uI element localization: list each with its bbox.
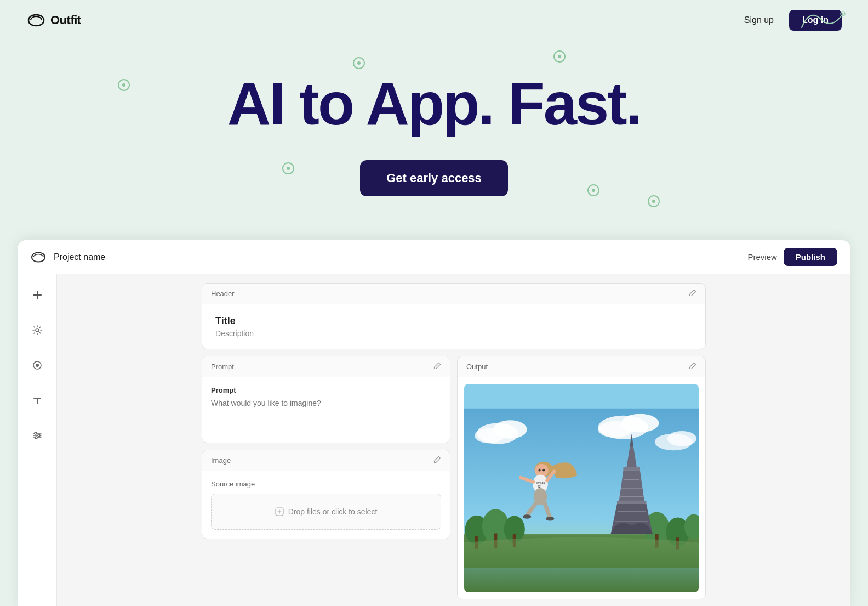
outfit-logo-icon	[26, 14, 46, 27]
svg-point-62	[523, 514, 531, 519]
navbar: Outfit Sign up Log in	[0, 0, 868, 41]
nav-actions: Sign up Log in	[735, 10, 842, 31]
output-card-header: Output	[458, 356, 705, 377]
upload-icon	[275, 507, 284, 516]
editor-header: Project name Preview Publish	[18, 240, 850, 274]
image-edit-icon[interactable]	[433, 456, 441, 465]
svg-point-14	[35, 437, 37, 439]
svg-point-63	[546, 517, 554, 521]
header-edit-icon[interactable]	[689, 289, 696, 298]
preview-button[interactable]: Preview	[747, 252, 776, 262]
svg-point-6	[36, 364, 39, 367]
header-title: Title	[215, 315, 692, 327]
svg-point-4	[36, 329, 39, 332]
paint-icon	[32, 360, 42, 370]
two-col-section: Prompt Prompt	[202, 356, 706, 599]
output-card-body: PARIS 22	[458, 377, 705, 599]
login-button[interactable]: Log in	[789, 10, 842, 31]
project-name: Project name	[54, 252, 105, 262]
prompt-card-header: Prompt	[202, 356, 450, 377]
editor-canvas: Header Title Description	[57, 274, 850, 606]
svg-point-24	[598, 421, 632, 438]
svg-point-13	[38, 434, 40, 437]
svg-rect-43	[617, 501, 647, 504]
pencil-icon-3	[433, 456, 441, 463]
text-button[interactable]	[27, 390, 47, 410]
image-card: Image Source image	[202, 450, 450, 539]
add-button[interactable]	[27, 285, 47, 305]
logo-text: Outfit	[50, 13, 81, 27]
editor-logo-icon	[31, 252, 46, 263]
header-card: Header Title Description	[202, 283, 706, 349]
deco-circle-1	[353, 57, 365, 69]
header-description: Description	[215, 329, 692, 338]
output-section-label: Output	[466, 363, 488, 371]
prompt-card: Prompt Prompt	[202, 356, 450, 443]
image-section-label: Image	[211, 456, 231, 465]
drop-zone-text: Drop files or click to select	[288, 507, 378, 516]
svg-point-12	[35, 432, 37, 434]
settings-button[interactable]	[27, 320, 47, 340]
get-early-access-button[interactable]: Get early access	[360, 160, 508, 196]
output-card: Output	[457, 356, 706, 599]
image-card-header: Image	[202, 450, 450, 471]
svg-point-26	[667, 431, 697, 446]
image-card-body: Source image Drop files or click to sele…	[202, 471, 450, 539]
plus-icon	[32, 290, 42, 300]
svg-point-52	[539, 469, 541, 472]
editor-header-right: Preview Publish	[747, 248, 837, 266]
prompt-card-body: Prompt	[202, 377, 450, 443]
signup-button[interactable]: Sign up	[735, 11, 783, 30]
svg-point-21	[475, 428, 504, 444]
deco-circle-3	[118, 79, 130, 91]
deco-circle-4	[282, 162, 294, 174]
header-card-header: Header	[202, 284, 705, 304]
image-source-label: Source image	[211, 480, 441, 488]
pencil-icon-2	[433, 362, 441, 370]
pencil-icon	[689, 289, 696, 297]
logo: Outfit	[26, 13, 81, 27]
prompt-input[interactable]	[211, 399, 441, 432]
output-edit-icon[interactable]	[689, 362, 696, 371]
prompt-field-label: Prompt	[211, 386, 441, 394]
hero-title: AI to App. Fast.	[227, 73, 641, 134]
svg-rect-41	[623, 467, 640, 471]
prompt-section-label: Prompt	[211, 363, 234, 371]
header-card-body: Title Description	[202, 304, 705, 349]
prompt-edit-icon[interactable]	[433, 362, 441, 371]
drop-zone[interactable]: Drop files or click to select	[211, 494, 441, 530]
pencil-icon-4	[689, 362, 696, 370]
gear-icon	[32, 325, 42, 335]
svg-text:PARIS: PARIS	[536, 481, 545, 484]
canvas-inner: Header Title Description	[202, 283, 706, 599]
theme-button[interactable]	[27, 355, 47, 375]
editor-panel: Project name Preview Publish	[18, 240, 850, 606]
eiffel-scene-svg: PARIS 22	[464, 384, 699, 592]
header-section-label: Header	[211, 290, 235, 298]
svg-point-1	[842, 13, 844, 15]
deco-circle-5	[587, 184, 599, 196]
deco-circle-6	[648, 195, 660, 207]
svg-point-53	[542, 469, 545, 472]
publish-button[interactable]: Publish	[784, 248, 837, 266]
editor-header-left: Project name	[31, 252, 105, 263]
editor-sidebar	[18, 274, 57, 606]
output-image: PARIS 22	[464, 384, 699, 592]
hero-section: AI to App. Fast. Get early access	[0, 41, 868, 240]
editor-body: Header Title Description	[18, 274, 850, 606]
sliders-button[interactable]	[27, 426, 47, 445]
text-icon	[32, 395, 42, 405]
svg-text:22: 22	[538, 485, 541, 488]
deco-circle-2	[553, 50, 566, 63]
sliders-icon	[32, 431, 42, 440]
